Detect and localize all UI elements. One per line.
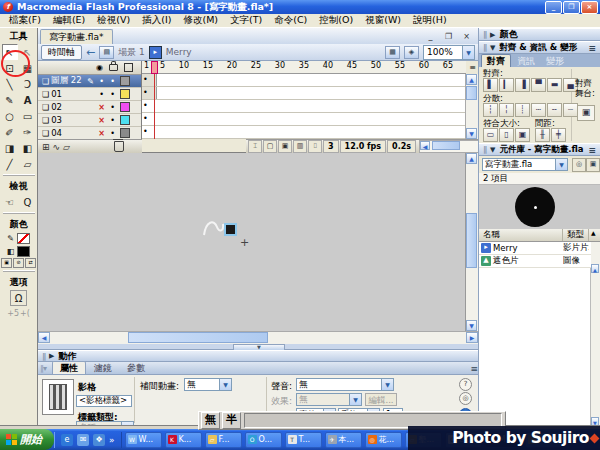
distribute-vcenter-button[interactable]: ╎ bbox=[499, 103, 514, 117]
scrollbar-thumb[interactable] bbox=[128, 332, 268, 343]
layer-name[interactable]: 04 bbox=[51, 128, 85, 138]
align-hcenter-button[interactable]: ▎ bbox=[499, 78, 514, 92]
selected-object[interactable] bbox=[224, 223, 237, 236]
fill-color-swatch[interactable] bbox=[17, 246, 30, 257]
expanded-arrow-icon[interactable]: ▼ bbox=[490, 146, 495, 154]
snap-to-objects-toggle[interactable]: Ω bbox=[10, 290, 27, 306]
menu-control[interactable]: 控制(O) bbox=[314, 14, 358, 27]
match-both-button[interactable]: ▣ bbox=[515, 128, 530, 142]
eyedropper-tool[interactable]: ╱ bbox=[2, 156, 18, 172]
lock-icon[interactable] bbox=[109, 64, 118, 71]
taskbar-button[interactable]: ▱F... bbox=[205, 432, 242, 448]
color-panel-header[interactable]: ∥ ▶ 顏色 bbox=[479, 28, 600, 41]
distribute-hcenter-button[interactable]: ╌ bbox=[547, 103, 562, 117]
outline-icon[interactable] bbox=[124, 63, 133, 72]
taskbar-button[interactable]: ◎花... bbox=[365, 432, 402, 448]
align-panel-header[interactable]: ∥ ▼ 對齊 & 資訊 & 變形 ≡ bbox=[479, 41, 600, 54]
layer-name[interactable]: 01 bbox=[51, 89, 85, 99]
library-document-select[interactable]: 寫字動畫.fla ▼ bbox=[482, 158, 568, 171]
panel-menu-icon[interactable]: ≡ bbox=[588, 145, 596, 155]
layer-visibility-dot[interactable]: • bbox=[97, 77, 106, 86]
sound-select[interactable]: 無 ▼ bbox=[296, 378, 394, 391]
timeline-menu-icon[interactable]: ≡ bbox=[469, 63, 476, 72]
tween-select[interactable]: 無 ▼ bbox=[184, 378, 232, 391]
mail-icon[interactable]: ✉ bbox=[77, 434, 89, 446]
minimize-button[interactable]: _ bbox=[545, 1, 562, 14]
align-left-button[interactable]: ▌ bbox=[483, 78, 498, 92]
column-name[interactable]: 名稱 bbox=[479, 229, 563, 241]
panel-grip[interactable]: ∥ bbox=[483, 43, 486, 52]
scroll-up-icon[interactable]: ▲ bbox=[591, 264, 599, 273]
ime-width-button[interactable]: 半 bbox=[222, 412, 241, 429]
menu-modify[interactable]: 修改(M) bbox=[178, 14, 223, 27]
center-frame-button[interactable]: ⌶ bbox=[248, 140, 262, 153]
edit-scene-button[interactable]: ▦ bbox=[385, 46, 400, 59]
playhead[interactable] bbox=[151, 61, 158, 74]
distribute-right-button[interactable]: ┈ bbox=[563, 103, 578, 117]
onion-skin-outlines-button[interactable]: ▣ bbox=[278, 140, 292, 153]
scene-breadcrumb[interactable]: 場景 1 bbox=[118, 46, 145, 59]
align-to-stage-button[interactable]: ▣ bbox=[577, 105, 595, 121]
stroke-color-swatch[interactable] bbox=[17, 233, 30, 244]
pin-library-button[interactable]: ◎ bbox=[572, 158, 586, 172]
space-horizontal-button[interactable]: ╪ bbox=[551, 128, 566, 142]
scroll-up-icon[interactable]: ▲ bbox=[466, 153, 477, 164]
scrollbar-thumb[interactable] bbox=[466, 213, 477, 268]
frames-grid[interactable]: • • • • • bbox=[142, 74, 466, 139]
scroll-up-icon[interactable]: ▲ bbox=[466, 74, 477, 85]
edit-symbols-button[interactable]: ◈ bbox=[404, 46, 419, 59]
stage-canvas[interactable]: + bbox=[38, 153, 466, 331]
panel-grip[interactable]: ∥▾ bbox=[40, 364, 46, 373]
menu-edit[interactable]: 編輯(E) bbox=[48, 14, 90, 27]
library-panel-header[interactable]: ∥ ▼ 元件庫 - 寫字動畫.fla ≡ bbox=[479, 143, 600, 156]
sort-order-icon[interactable]: ▲ bbox=[589, 229, 596, 241]
hand-tool[interactable]: ☜ bbox=[2, 194, 18, 210]
actions-panel-header[interactable]: ∥ ▶ 動作 bbox=[38, 350, 478, 362]
taskbar-button[interactable]: KK... bbox=[165, 432, 202, 448]
layer-lock-dot[interactable]: • bbox=[108, 103, 117, 112]
ink-bottle-tool[interactable]: ◨ bbox=[2, 140, 18, 156]
scroll-down-icon[interactable]: ▼ bbox=[466, 128, 477, 139]
layer-outline-swatch[interactable] bbox=[120, 89, 130, 99]
layer-name[interactable]: 圖層 22 bbox=[51, 75, 85, 87]
scroll-right-icon[interactable]: ▶ bbox=[466, 332, 478, 343]
rectangle-tool[interactable]: ▭ bbox=[20, 108, 36, 124]
insert-layer-button[interactable]: ⊞ bbox=[42, 142, 50, 152]
modify-onion-markers-button[interactable]: ⌷ bbox=[308, 140, 322, 153]
scroll-left-icon[interactable]: ◀ bbox=[420, 141, 430, 150]
text-tool[interactable]: A bbox=[20, 92, 36, 108]
layer-row-02[interactable]: ❏ 02 × • bbox=[38, 101, 141, 114]
library-scrollbar[interactable]: ▲ ▼ bbox=[591, 242, 600, 426]
no-color-button[interactable]: ⊘ bbox=[13, 258, 24, 268]
doc-minimize-button[interactable]: _ bbox=[423, 31, 438, 42]
reference-icon[interactable]: ◎ bbox=[459, 392, 472, 405]
maximize-button[interactable]: ❐ bbox=[563, 1, 580, 14]
delete-layer-button[interactable] bbox=[114, 141, 124, 152]
menu-commands[interactable]: 命令(C) bbox=[269, 14, 312, 27]
taskbar-button[interactable]: WW... bbox=[125, 432, 162, 448]
layer-name[interactable]: 02 bbox=[51, 102, 85, 112]
oval-tool[interactable]: ○ bbox=[2, 108, 18, 124]
scrollbar-thumb[interactable] bbox=[466, 86, 477, 100]
panel-grip[interactable]: ∥ bbox=[42, 352, 45, 361]
paint-bucket-tool[interactable]: ◧ bbox=[20, 140, 36, 156]
column-type[interactable]: 類型 bbox=[563, 229, 589, 241]
align-vcenter-button[interactable]: ▬ bbox=[547, 78, 562, 92]
menu-view[interactable]: 檢視(V) bbox=[92, 14, 135, 27]
stage-vertical-scrollbar[interactable]: ▲ ▼ bbox=[466, 153, 478, 331]
layer-outline-swatch[interactable] bbox=[120, 102, 130, 112]
distribute-top-button[interactable]: ┆ bbox=[483, 103, 498, 117]
pen-tool[interactable]: ✎ bbox=[2, 92, 18, 108]
effect-select[interactable]: 無 ▼ bbox=[296, 393, 362, 406]
start-button[interactable]: 開始 bbox=[0, 429, 54, 450]
zoom-level-combo[interactable]: 100% ▼ bbox=[423, 45, 475, 60]
menu-file[interactable]: 檔案(F) bbox=[4, 14, 46, 27]
brush-tool[interactable]: ✑ bbox=[20, 124, 36, 140]
align-right-button[interactable]: ▐ bbox=[515, 78, 530, 92]
layer-hidden-x[interactable]: × bbox=[97, 116, 106, 125]
tab-info[interactable]: 資訊 bbox=[512, 55, 540, 67]
expanded-arrow-icon[interactable]: ▼ bbox=[490, 44, 495, 52]
add-motion-guide-button[interactable]: ∿ bbox=[53, 142, 61, 152]
align-top-button[interactable]: ▀ bbox=[531, 78, 546, 92]
taskbar-button[interactable]: TT... bbox=[285, 432, 322, 448]
